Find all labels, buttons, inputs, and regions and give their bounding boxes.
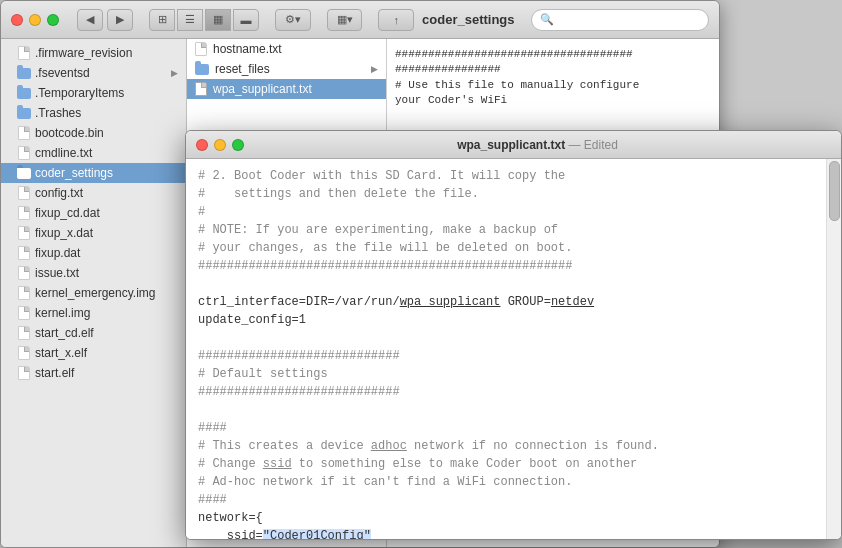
folder-icon bbox=[195, 64, 209, 75]
sidebar-item-issue[interactable]: issue.txt bbox=[1, 263, 186, 283]
sidebar-item-label: fixup_cd.dat bbox=[35, 206, 100, 220]
sidebar-item-fixup-cd[interactable]: fixup_cd.dat bbox=[1, 203, 186, 223]
file-row-hostname[interactable]: hostname.txt bbox=[187, 39, 386, 59]
list-view-button[interactable]: ☰ bbox=[177, 9, 203, 31]
sidebar-item-trashes[interactable]: .Trashes bbox=[1, 103, 186, 123]
sidebar-item-start[interactable]: start.elf bbox=[1, 363, 186, 383]
editor-maximize-button[interactable] bbox=[232, 139, 244, 151]
coverflow-view-button[interactable]: ▬ bbox=[233, 9, 259, 31]
sidebar-item-label: fixup_x.dat bbox=[35, 226, 93, 240]
finder-title: coder_settings bbox=[422, 12, 514, 27]
chevron-right-icon: ▶ bbox=[171, 68, 178, 78]
sidebar-item-fseventsd[interactable]: .fseventsd ▶ bbox=[1, 63, 186, 83]
editor-traffic-lights bbox=[196, 139, 244, 151]
folder-icon bbox=[17, 106, 31, 120]
sidebar-item-kernel-emergency[interactable]: kernel_emergency.img bbox=[1, 283, 186, 303]
icon-view-button[interactable]: ⊞ bbox=[149, 9, 175, 31]
editor-window: wpa_supplicant.txt — Edited # 2. Boot Co… bbox=[185, 130, 842, 540]
editor-edited-status: — Edited bbox=[569, 138, 618, 152]
file-icon bbox=[17, 206, 31, 220]
close-button[interactable] bbox=[11, 14, 23, 26]
file-icon bbox=[17, 226, 31, 240]
folder-icon bbox=[17, 66, 31, 80]
sidebar-item-coder-settings[interactable]: coder_settings bbox=[1, 163, 186, 183]
file-icon bbox=[195, 42, 207, 56]
file-icon bbox=[17, 126, 31, 140]
search-box[interactable]: 🔍 bbox=[531, 9, 709, 31]
sidebar-item-temporaryitems[interactable]: .TemporaryItems bbox=[1, 83, 186, 103]
file-icon bbox=[17, 246, 31, 260]
sidebar-item-label: kernel.img bbox=[35, 306, 90, 320]
file-row-wpa-supplicant[interactable]: wpa_supplicant.txt bbox=[187, 79, 386, 99]
file-icon bbox=[17, 186, 31, 200]
file-icon bbox=[17, 146, 31, 160]
sidebar-item-fixup-x[interactable]: fixup_x.dat bbox=[1, 223, 186, 243]
file-icon bbox=[17, 346, 31, 360]
file-icon bbox=[17, 286, 31, 300]
editor-close-button[interactable] bbox=[196, 139, 208, 151]
view-buttons: ⊞ ☰ ▦ ▬ bbox=[149, 9, 259, 31]
sidebar-item-config[interactable]: config.txt bbox=[1, 183, 186, 203]
file-icon bbox=[17, 46, 31, 60]
sidebar-item-label: .firmware_revision bbox=[35, 46, 132, 60]
file-icon bbox=[17, 366, 31, 380]
finder-nav: ◀ ▶ bbox=[77, 9, 133, 31]
editor-filename: wpa_supplicant.txt bbox=[457, 138, 565, 152]
sidebar-item-label: start.elf bbox=[35, 366, 74, 380]
chevron-right-icon: ▶ bbox=[371, 64, 378, 74]
file-row-reset-files[interactable]: reset_files ▶ bbox=[187, 59, 386, 79]
file-name: reset_files bbox=[215, 62, 270, 76]
action-button[interactable]: ⚙▾ bbox=[275, 9, 311, 31]
file-icon bbox=[17, 326, 31, 340]
editor-titlebar: wpa_supplicant.txt — Edited bbox=[186, 131, 841, 159]
sidebar-item-label: bootcode.bin bbox=[35, 126, 104, 140]
sidebar-item-start-x[interactable]: start_x.elf bbox=[1, 343, 186, 363]
sidebar-item-label: start_cd.elf bbox=[35, 326, 94, 340]
sidebar-item-label: kernel_emergency.img bbox=[35, 286, 156, 300]
file-icon bbox=[17, 266, 31, 280]
file-icon bbox=[195, 82, 207, 96]
sidebar-item-label: fixup.dat bbox=[35, 246, 80, 260]
sidebar-item-label: cmdline.txt bbox=[35, 146, 92, 160]
folder-icon bbox=[17, 86, 31, 100]
sidebar-item-cmdline[interactable]: cmdline.txt bbox=[1, 143, 186, 163]
sidebar-item-firmware[interactable]: .firmware_revision bbox=[1, 43, 186, 63]
editor-scrollbar-thumb[interactable] bbox=[829, 161, 840, 221]
share-button[interactable]: ↑ bbox=[378, 9, 414, 31]
minimize-button[interactable] bbox=[29, 14, 41, 26]
traffic-lights bbox=[11, 14, 59, 26]
sidebar: .firmware_revision .fseventsd ▶ .Tempora… bbox=[1, 39, 187, 547]
arrange-button[interactable]: ▦▾ bbox=[327, 9, 363, 31]
finder-titlebar: ◀ ▶ ⊞ ☰ ▦ ▬ ⚙▾ ▦▾ ↑ coder_settings 🔍 bbox=[1, 1, 719, 39]
forward-button[interactable]: ▶ bbox=[107, 9, 133, 31]
sidebar-item-label: config.txt bbox=[35, 186, 83, 200]
sidebar-item-label: .fseventsd bbox=[35, 66, 90, 80]
file-name: wpa_supplicant.txt bbox=[213, 82, 312, 96]
column-view-button[interactable]: ▦ bbox=[205, 9, 231, 31]
editor-minimize-button[interactable] bbox=[214, 139, 226, 151]
search-icon: 🔍 bbox=[540, 13, 554, 26]
folder-icon bbox=[17, 166, 31, 180]
preview-text: #################################### ###… bbox=[395, 47, 711, 109]
maximize-button[interactable] bbox=[47, 14, 59, 26]
sidebar-item-label: start_x.elf bbox=[35, 346, 87, 360]
back-button[interactable]: ◀ bbox=[77, 9, 103, 31]
file-name: hostname.txt bbox=[213, 42, 282, 56]
sidebar-item-bootcode[interactable]: bootcode.bin bbox=[1, 123, 186, 143]
sidebar-item-label: coder_settings bbox=[35, 166, 113, 180]
editor-scrollbar[interactable] bbox=[826, 159, 841, 539]
editor-content[interactable]: # 2. Boot Coder with this SD Card. It wi… bbox=[186, 159, 841, 539]
sidebar-item-label: .TemporaryItems bbox=[35, 86, 124, 100]
sidebar-item-kernel[interactable]: kernel.img bbox=[1, 303, 186, 323]
sidebar-item-start-cd[interactable]: start_cd.elf bbox=[1, 323, 186, 343]
sidebar-item-label: .Trashes bbox=[35, 106, 81, 120]
sidebar-item-label: issue.txt bbox=[35, 266, 79, 280]
file-icon bbox=[17, 306, 31, 320]
editor-title: wpa_supplicant.txt — Edited bbox=[244, 138, 831, 152]
sidebar-item-fixup[interactable]: fixup.dat bbox=[1, 243, 186, 263]
